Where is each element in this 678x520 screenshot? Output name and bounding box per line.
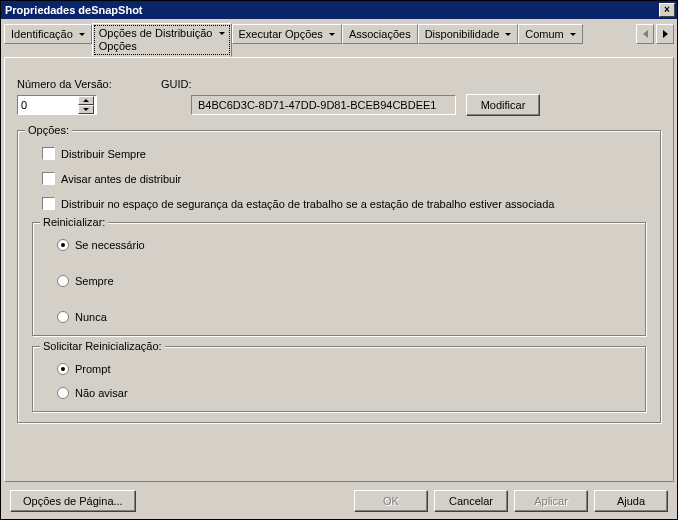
radio-sempre[interactable]	[57, 275, 69, 287]
radio-label: Não avisar	[75, 387, 128, 399]
version-stepper[interactable]	[17, 95, 97, 115]
opcoes-pagina-button[interactable]: Opções de Página...	[10, 490, 136, 512]
checkbox-distribuir-sempre[interactable]	[42, 147, 55, 160]
radio-label: Nunca	[75, 311, 107, 323]
tab-label: Opções de Distribuição	[99, 27, 213, 39]
group-solicitar: Solicitar Reinicialização: Prompt Não av…	[32, 346, 646, 412]
tab-label: Disponibilidade	[425, 28, 500, 40]
chevron-down-icon	[79, 33, 85, 36]
radio-se-necessario-row[interactable]: Se necessário	[57, 239, 631, 251]
button-label: Ajuda	[617, 495, 645, 507]
tab-executar-opcoes[interactable]: Executar Opções	[232, 24, 342, 44]
group-legend: Solicitar Reinicialização:	[40, 340, 165, 352]
close-button[interactable]: ×	[659, 3, 675, 17]
version-input[interactable]	[18, 96, 78, 114]
button-label: Modificar	[481, 99, 526, 111]
label-numero-versao: Número da Versão:	[17, 78, 129, 90]
chevron-down-icon	[570, 33, 576, 36]
radio-nao-avisar-row[interactable]: Não avisar	[57, 387, 631, 399]
button-bar: Opções de Página... OK Cancelar Aplicar …	[4, 486, 674, 516]
tab-opcoes-distribuicao[interactable]: Opções de Distribuição Opções	[92, 23, 232, 57]
tab-scroll-nav	[636, 24, 674, 44]
chevron-down-icon	[505, 33, 511, 36]
window-title: Propriedades deSnapShot	[5, 4, 143, 16]
spin-down-button[interactable]	[78, 105, 94, 114]
radio-se-necessario[interactable]	[57, 239, 69, 251]
client-area: Identificação Opções de Distribuição Opç…	[4, 23, 674, 516]
tab-label: Identificação	[11, 28, 73, 40]
close-icon: ×	[664, 4, 670, 15]
guid-field: B4BC6D3C-8D71-47DD-9D81-BCEB94CBDEE1	[191, 95, 456, 115]
tab-associacoes[interactable]: Associações	[342, 24, 418, 44]
check-avisar-antes-row[interactable]: Avisar antes de distribuir	[42, 172, 646, 185]
tab-label: Executar Opções	[239, 28, 323, 40]
aplicar-button[interactable]: Aplicar	[514, 490, 588, 512]
label-guid: GUID:	[161, 78, 192, 90]
group-legend: Reinicializar:	[40, 216, 108, 228]
check-label: Avisar antes de distribuir	[61, 173, 181, 185]
guid-value: B4BC6D3C-8D71-47DD-9D81-BCEB94CBDEE1	[198, 99, 436, 111]
tab-label: Associações	[349, 28, 411, 40]
radio-label: Se necessário	[75, 239, 145, 251]
tab-scroll-right-button[interactable]	[656, 24, 674, 44]
group-reinicializar: Reinicializar: Se necessário Sempre Nunc…	[32, 222, 646, 336]
tab-comum[interactable]: Comum	[518, 24, 583, 44]
group-opcoes: Opções: Distribuir Sempre Avisar antes d…	[17, 130, 661, 423]
button-label: Opções de Página...	[23, 495, 123, 507]
cancelar-button[interactable]: Cancelar	[434, 490, 508, 512]
checkbox-distribuir-espaco[interactable]	[42, 197, 55, 210]
check-distribuir-espaco-row[interactable]: Distribuir no espaço de segurança da est…	[42, 197, 646, 210]
radio-nunca[interactable]	[57, 311, 69, 323]
radio-nao-avisar[interactable]	[57, 387, 69, 399]
window: Propriedades deSnapShot × Identificação …	[0, 0, 678, 520]
modificar-button[interactable]: Modificar	[466, 94, 540, 116]
radio-label: Sempre	[75, 275, 114, 287]
tab-scroll-left-button[interactable]	[636, 24, 654, 44]
chevron-left-icon	[643, 30, 648, 38]
radio-prompt-row[interactable]: Prompt	[57, 363, 631, 375]
radio-label: Prompt	[75, 363, 110, 375]
chevron-down-icon	[219, 32, 225, 35]
button-label: OK	[383, 495, 399, 507]
ok-button[interactable]: OK	[354, 490, 428, 512]
check-distribuir-sempre-row[interactable]: Distribuir Sempre	[42, 147, 646, 160]
tab-sublabel: Opções	[99, 40, 137, 52]
checkbox-avisar-antes[interactable]	[42, 172, 55, 185]
titlebar: Propriedades deSnapShot ×	[1, 1, 677, 19]
tab-label: Comum	[525, 28, 564, 40]
tab-disponibilidade[interactable]: Disponibilidade	[418, 24, 519, 44]
spin-up-button[interactable]	[78, 96, 94, 105]
chevron-right-icon	[663, 30, 668, 38]
button-label: Aplicar	[534, 495, 568, 507]
check-label: Distribuir Sempre	[61, 148, 146, 160]
tab-panel: Número da Versão: GUID: B4BC6D3C-8D71-47…	[4, 57, 674, 482]
radio-sempre-row[interactable]: Sempre	[57, 275, 631, 287]
chevron-down-icon	[329, 33, 335, 36]
tab-identificacao[interactable]: Identificação	[4, 24, 92, 44]
button-label: Cancelar	[449, 495, 493, 507]
radio-nunca-row[interactable]: Nunca	[57, 311, 631, 323]
radio-prompt[interactable]	[57, 363, 69, 375]
check-label: Distribuir no espaço de segurança da est…	[61, 198, 554, 210]
ajuda-button[interactable]: Ajuda	[594, 490, 668, 512]
tab-strip: Identificação Opções de Distribuição Opç…	[4, 23, 674, 57]
group-legend: Opções:	[25, 124, 72, 136]
